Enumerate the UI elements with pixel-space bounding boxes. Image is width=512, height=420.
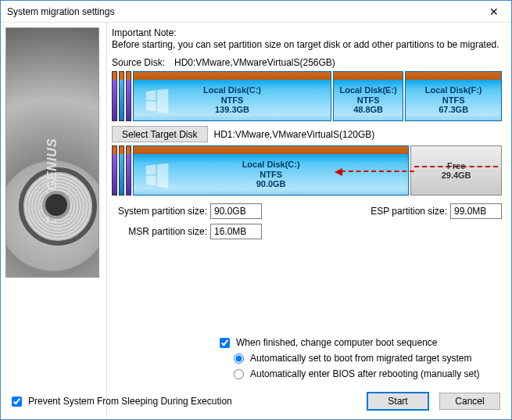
partition-fs: NTFS — [357, 95, 380, 106]
msr-size-label: MSR partition size: — [112, 226, 210, 237]
cancel-button[interactable]: Cancel — [439, 393, 500, 410]
source-partition-f[interactable]: Local Disk(F:) NTFS 67.3GB — [405, 71, 502, 121]
system-size-label: System partition size: — [112, 206, 210, 217]
free-size: 29.4GB — [411, 171, 501, 180]
partition-size: 90.0GB — [256, 179, 286, 189]
target-free-space[interactable]: Free 29.4GB — [410, 145, 502, 196]
hdd-image: DISKGENIUS — [5, 27, 99, 278]
boot-bios-label: Automatically enter BIOS after rebooting… — [250, 367, 479, 381]
target-disk-value: HD1:VMware,VMwareVirtualS(120GB) — [214, 129, 375, 140]
windows-icon — [134, 154, 181, 195]
system-size-input[interactable] — [210, 203, 262, 219]
prevent-sleep-label: Prevent System From Sleeping During Exec… — [28, 394, 232, 408]
left-pane: DISKGENIUS — [1, 23, 106, 418]
change-boot-label: When finished, change computer boot sequ… — [236, 336, 438, 350]
partition-size: 67.3GB — [439, 105, 468, 115]
partition-name: Local Disk(E:) — [339, 85, 396, 95]
boot-auto-label: Automatically set to boot from migrated … — [250, 351, 471, 365]
windows-icon — [134, 80, 181, 120]
partition-fs: NTFS — [442, 95, 465, 106]
hidden-partition[interactable] — [126, 145, 131, 196]
note-title: Important Note: — [112, 27, 502, 38]
change-boot-checkbox[interactable] — [220, 338, 230, 348]
prevent-sleep-checkbox[interactable] — [12, 397, 22, 407]
source-disk-value: HD0:VMware,VMwareVirtualS(256GB) — [174, 57, 335, 68]
window-title: System migration settings — [7, 6, 477, 17]
hidden-partition[interactable] — [126, 71, 131, 121]
brand-label: DISKGENIUS — [45, 138, 59, 224]
hidden-partition[interactable] — [112, 145, 117, 196]
close-button[interactable]: ✕ — [477, 1, 511, 23]
main-pane: Important Note: Before starting, you can… — [106, 23, 511, 418]
source-disk-bar: Local Disk(C:) NTFS 139.3GB Local Disk(E… — [112, 71, 502, 121]
esp-size-input[interactable] — [450, 203, 502, 219]
partition-fs: NTFS — [260, 170, 282, 180]
boot-bios-radio[interactable] — [234, 369, 244, 379]
hidden-partition[interactable] — [119, 145, 124, 196]
partition-name: Local Disk(C:) — [242, 160, 300, 170]
start-button[interactable]: Start — [367, 393, 428, 410]
esp-size-label: ESP partition size: — [371, 206, 450, 217]
migration-dialog: System migration settings ✕ DISKGENIUS I… — [0, 0, 512, 420]
source-partition-c[interactable]: Local Disk(C:) NTFS 139.3GB — [133, 71, 331, 121]
target-disk-bar: Local Disk(C:) NTFS 90.0GB Free 29.4GB — [112, 145, 502, 196]
boot-auto-radio[interactable] — [234, 354, 244, 364]
source-partition-e[interactable]: Local Disk(E:) NTFS 48.8GB — [333, 71, 403, 121]
partition-size: 139.3GB — [215, 105, 249, 115]
titlebar: System migration settings ✕ — [1, 1, 511, 23]
hidden-partition[interactable] — [112, 71, 117, 121]
hidden-partition[interactable] — [119, 71, 124, 121]
free-label: Free — [447, 161, 465, 171]
resize-arrow-icon — [341, 171, 414, 172]
partition-fs: NTFS — [221, 95, 244, 106]
source-disk-label: Source Disk: — [112, 57, 174, 68]
partition-name: Local Disk(C:) — [203, 85, 261, 95]
partition-name: Local Disk(F:) — [425, 85, 482, 95]
msr-size-input[interactable] — [210, 224, 262, 239]
select-target-disk-button[interactable]: Select Target Disk — [112, 126, 208, 142]
note-text: Before starting, you can set partition s… — [112, 39, 502, 51]
partition-size: 48.8GB — [353, 105, 383, 115]
bottom-bar: Prevent System From Sleeping During Exec… — [1, 385, 511, 419]
